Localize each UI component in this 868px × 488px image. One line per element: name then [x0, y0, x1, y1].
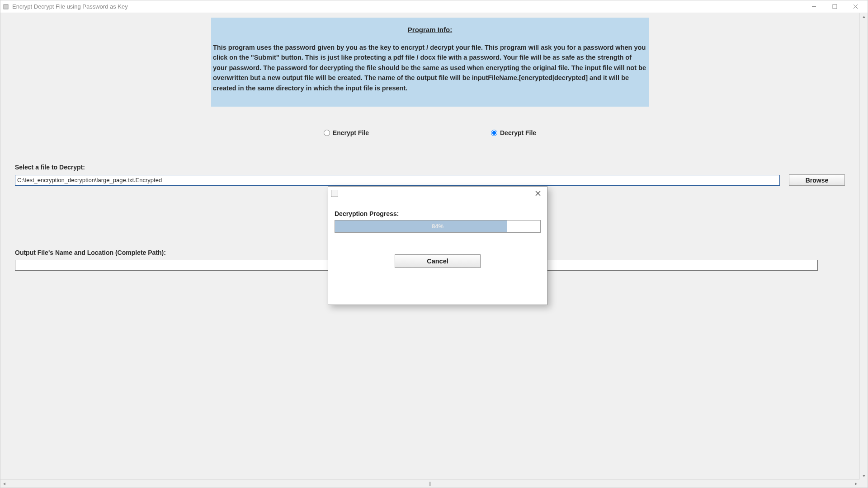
svg-rect-2 — [833, 5, 837, 9]
browse-button[interactable]: Browse — [789, 174, 845, 186]
progress-text: 84% — [335, 223, 540, 230]
dialog-titlebar — [328, 187, 547, 200]
minimize-button[interactable] — [803, 1, 824, 13]
window-titlebar: Encrypt Decrypt File using Password as K… — [0, 0, 868, 13]
hscroll-thumb[interactable] — [429, 482, 431, 486]
encrypt-radio-input[interactable] — [324, 130, 330, 136]
dialog-close-button[interactable] — [532, 187, 544, 200]
horizontal-scrollbar[interactable] — [0, 479, 859, 488]
maximize-button[interactable] — [824, 1, 845, 13]
dialog-footer: Cancel — [335, 254, 541, 268]
scroll-up-button[interactable] — [860, 13, 868, 21]
encrypt-radio-label: Encrypt File — [333, 129, 369, 136]
window-controls — [803, 1, 866, 13]
program-info-panel: Program Info: This program uses the pass… — [211, 18, 649, 107]
file-path-input[interactable] — [15, 175, 780, 186]
info-heading: Program Info: — [212, 26, 648, 33]
decrypt-radio-input[interactable] — [491, 130, 497, 136]
vertical-scrollbar[interactable] — [859, 13, 868, 479]
java-icon — [2, 3, 9, 10]
svg-rect-0 — [4, 5, 8, 9]
scroll-down-button[interactable] — [860, 472, 868, 479]
window-title: Encrypt Decrypt File using Password as K… — [12, 3, 803, 10]
file-select-section: Select a file to Decrypt: Browse — [0, 164, 859, 186]
info-body: This program uses the password given by … — [212, 42, 648, 93]
java-icon — [331, 190, 338, 197]
scroll-right-button[interactable] — [852, 480, 859, 488]
dialog-body: Decryption Progress: 84% Cancel — [328, 200, 547, 268]
cancel-button[interactable]: Cancel — [395, 254, 481, 268]
close-button[interactable] — [845, 1, 866, 13]
progress-bar: 84% — [335, 220, 541, 233]
svg-marker-5 — [863, 16, 865, 18]
file-select-row: Browse — [15, 174, 845, 186]
encrypt-radio[interactable]: Encrypt File — [324, 129, 369, 136]
progress-label: Decryption Progress: — [335, 210, 541, 217]
decrypt-radio-label: Decrypt File — [500, 129, 536, 136]
scroll-left-button[interactable] — [0, 480, 8, 488]
decrypt-radio[interactable]: Decrypt File — [491, 129, 536, 136]
mode-radio-group: Encrypt File Decrypt File — [0, 129, 859, 136]
scroll-corner — [859, 479, 868, 488]
progress-dialog: Decryption Progress: 84% Cancel — [328, 186, 547, 305]
svg-marker-7 — [3, 483, 5, 485]
svg-marker-8 — [855, 483, 857, 485]
file-select-label: Select a file to Decrypt: — [15, 164, 845, 171]
svg-marker-6 — [863, 475, 865, 477]
